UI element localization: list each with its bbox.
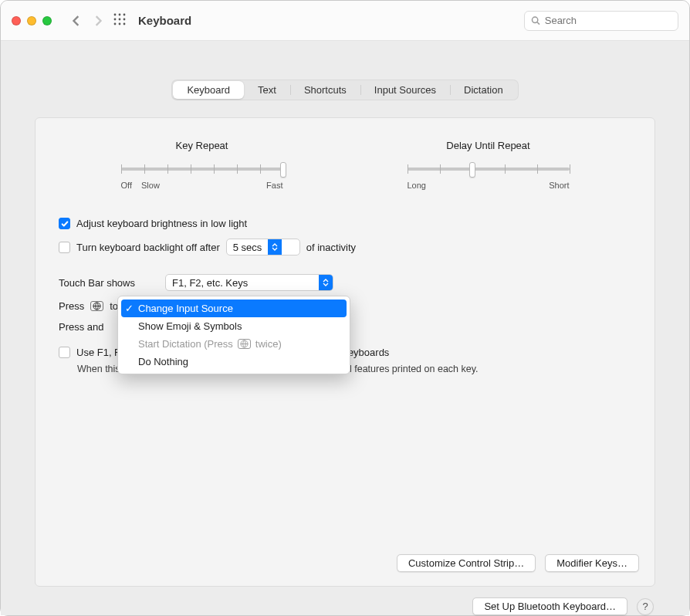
backlight-off-checkbox[interactable] — [59, 242, 70, 253]
tab-shortcuts[interactable]: Shortcuts — [290, 81, 360, 99]
popup-arrows-icon — [319, 275, 333, 290]
delay-label: Delay Until Repeat — [446, 140, 529, 151]
popup-arrows-icon — [268, 239, 282, 255]
touchbar-popup[interactable]: F1, F2, etc. Keys — [165, 274, 333, 291]
tab-dictation[interactable]: Dictation — [450, 81, 517, 99]
zoom-window-button[interactable] — [42, 16, 52, 25]
close-window-button[interactable] — [12, 16, 21, 25]
press-globe-row: Press to ✓Change Input SourceShow Emoji … — [59, 300, 631, 312]
delay-track[interactable] — [408, 162, 570, 178]
panel-footer-buttons: Customize Control Strip… Modifier Keys… — [397, 554, 639, 572]
svg-point-8 — [123, 22, 126, 25]
dl-track-knob[interactable] — [469, 162, 475, 178]
content-area: KeyboardTextShortcutsInput SourcesDictat… — [1, 41, 689, 615]
svg-point-4 — [119, 18, 121, 20]
adjust-brightness-row: Adjust keyboard brightness in low light — [59, 218, 631, 229]
window-title: Keyboard — [138, 14, 191, 27]
minimize-window-button[interactable] — [27, 16, 36, 25]
backlight-off-popup[interactable]: 5 secs — [226, 239, 300, 256]
key-repeat-sublabels: OffSlow Fast — [121, 181, 283, 190]
tabbar: KeyboardTextShortcutsInput SourcesDictat… — [171, 80, 518, 100]
show-all-icon[interactable] — [113, 13, 126, 29]
backlight-off-label-pre: Turn keyboard backlight off after — [76, 242, 220, 253]
press-globe-label-pre: Press — [59, 300, 84, 312]
preferences-window: Keyboard KeyboardTextShortcutsInput Sour… — [0, 0, 690, 616]
globe-key-icon — [238, 339, 251, 349]
titlebar: Keyboard — [1, 1, 689, 41]
sliders-row: Key Repeat OffSlow Fast Delay Until Repe… — [59, 140, 631, 190]
back-button[interactable] — [66, 10, 87, 32]
svg-point-3 — [114, 18, 117, 20]
key-repeat-slider: Key Repeat OffSlow Fast — [110, 140, 295, 190]
press-globe-menu[interactable]: ✓Change Input SourceShow Emoji & Symbols… — [117, 296, 350, 374]
touchbar-label: Touch Bar shows — [59, 277, 159, 289]
bluetooth-keyboard-button[interactable]: Set Up Bluetooth Keyboard… — [472, 597, 627, 615]
svg-point-6 — [114, 22, 117, 25]
menu-item-1[interactable]: Show Emoji & Symbols — [121, 317, 347, 335]
tab-text[interactable]: Text — [244, 81, 290, 99]
key-repeat-label: Key Repeat — [176, 140, 228, 151]
adjust-brightness-label: Adjust keyboard brightness in low light — [76, 218, 247, 229]
forward-button[interactable] — [87, 10, 109, 32]
menu-item-0[interactable]: ✓Change Input Source — [121, 300, 347, 317]
svg-point-0 — [114, 13, 117, 15]
under-panel-row: Set Up Bluetooth Keyboard… ? — [35, 587, 655, 615]
tab-keyboard[interactable]: Keyboard — [173, 81, 244, 99]
use-fkeys-checkbox[interactable] — [59, 347, 70, 358]
kr-track-knob[interactable] — [280, 162, 286, 178]
settings-panel: Key Repeat OffSlow Fast Delay Until Repe… — [35, 117, 655, 587]
search-input[interactable] — [545, 15, 671, 26]
window-controls — [12, 16, 52, 25]
svg-point-1 — [119, 13, 121, 15]
search-icon — [531, 15, 540, 25]
svg-point-7 — [119, 22, 121, 25]
svg-point-9 — [532, 17, 537, 22]
menu-item-3[interactable]: Do Nothing — [121, 353, 347, 371]
modifier-keys-button[interactable]: Modifier Keys… — [545, 554, 639, 572]
globe-key-icon — [90, 301, 103, 311]
key-repeat-track[interactable] — [121, 162, 283, 178]
delay-slider: Delay Until Repeat Long Short — [396, 140, 581, 190]
touchbar-row: Touch Bar shows F1, F2, etc. Keys — [59, 274, 631, 291]
menu-item-2: Start Dictation (Press twice) — [121, 335, 347, 353]
check-icon: ✓ — [125, 303, 134, 314]
backlight-off-row: Turn keyboard backlight off after 5 secs… — [59, 239, 631, 256]
adjust-brightness-checkbox[interactable] — [59, 218, 70, 229]
backlight-off-label-post: of inactivity — [306, 242, 356, 253]
customize-control-strip-button[interactable]: Customize Control Strip… — [397, 554, 536, 572]
svg-point-2 — [123, 13, 126, 15]
press-hold-label: Press and — [59, 321, 104, 333]
delay-sublabels: Long Short — [408, 181, 570, 190]
search-field[interactable] — [524, 11, 678, 31]
tab-input-sources[interactable]: Input Sources — [360, 81, 450, 99]
svg-point-5 — [123, 18, 126, 20]
help-button[interactable]: ? — [637, 598, 654, 615]
